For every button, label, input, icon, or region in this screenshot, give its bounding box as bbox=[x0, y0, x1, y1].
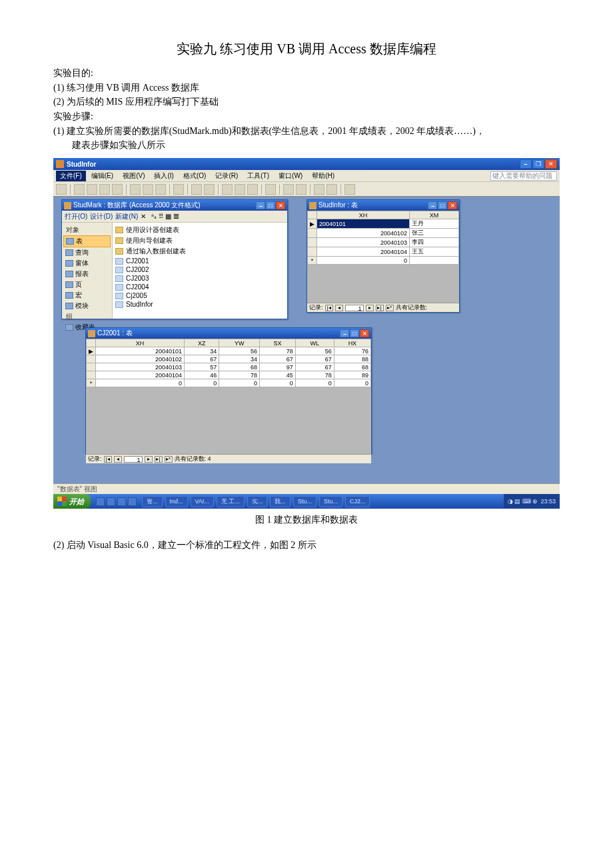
nav-last-button[interactable]: ▸| bbox=[376, 305, 384, 311]
db-design-button[interactable]: 设计(D) bbox=[90, 212, 113, 221]
stud-maximize-button[interactable]: □ bbox=[438, 201, 447, 209]
clock: 23:53 bbox=[540, 498, 556, 505]
menu-insert[interactable]: 插入(I) bbox=[150, 171, 177, 181]
close-button[interactable]: ✕ bbox=[545, 159, 557, 169]
cj2001-table[interactable]: XHXZYW SXWLHX ▶200401013456785676 200401… bbox=[86, 339, 371, 387]
start-button[interactable]: 开始 bbox=[53, 494, 91, 509]
sort-asc-icon[interactable] bbox=[191, 184, 202, 195]
db-window-icon[interactable] bbox=[314, 184, 324, 195]
menu-tools[interactable]: 工具(T) bbox=[243, 171, 273, 181]
table-item[interactable]: StudInfor bbox=[115, 300, 285, 309]
help-search[interactable] bbox=[490, 171, 557, 181]
stud-minimize-button[interactable]: ‒ bbox=[428, 201, 437, 209]
quick-launch-icon[interactable] bbox=[128, 497, 137, 506]
nav-next-button[interactable]: ▸ bbox=[366, 305, 374, 311]
task-button[interactable]: 资... bbox=[142, 496, 163, 507]
db-open-button[interactable]: 打开(O) bbox=[65, 212, 87, 221]
db-maximize-button[interactable]: □ bbox=[266, 201, 275, 209]
cj2001-table-window: CJ2001 : 表 ‒ □ ✕ XHXZYW SXWLHX ▶20040101… bbox=[85, 327, 372, 454]
db-objects-bar: 对象 表 查询 窗体 报表 页 宏 模块 组 收藏夹 bbox=[62, 223, 113, 319]
menu-help[interactable]: 帮助(H) bbox=[308, 171, 338, 181]
cj-minimize-button[interactable]: ‒ bbox=[340, 329, 349, 337]
menu-view[interactable]: 视图(V) bbox=[119, 171, 149, 181]
nav-first-button[interactable]: |◂ bbox=[104, 456, 112, 463]
save-icon[interactable] bbox=[74, 184, 85, 195]
table-item[interactable]: CJ2002 bbox=[115, 265, 285, 274]
minimize-button[interactable]: ‒ bbox=[520, 159, 532, 169]
task-button[interactable]: Ind... bbox=[165, 496, 188, 507]
record-position[interactable]: 1 bbox=[345, 305, 364, 311]
preview-icon[interactable] bbox=[112, 184, 123, 195]
task-button[interactable]: Stu... bbox=[319, 496, 342, 507]
menu-file[interactable]: 文件(F) bbox=[56, 171, 86, 181]
nav-prev-button[interactable]: ◂ bbox=[114, 456, 122, 463]
record-total: 共有记录数: 4 bbox=[175, 455, 211, 463]
quick-launch-icon[interactable] bbox=[96, 497, 105, 506]
sidebar-item-tables[interactable]: 表 bbox=[63, 235, 111, 247]
nav-first-button[interactable]: |◂ bbox=[325, 305, 333, 311]
nav-new-button[interactable]: ▸* bbox=[386, 305, 394, 311]
db-minimize-button[interactable]: ‒ bbox=[256, 201, 265, 209]
search-icon[interactable] bbox=[87, 184, 97, 195]
sort-desc-icon[interactable] bbox=[204, 184, 215, 195]
nav-prev-button[interactable]: ◂ bbox=[335, 305, 343, 311]
status-bar: "数据表" 视图 bbox=[53, 483, 560, 494]
menu-window[interactable]: 窗口(W) bbox=[275, 171, 306, 181]
task-button[interactable]: 实... bbox=[247, 496, 268, 507]
table-item[interactable]: CJ2003 bbox=[115, 274, 285, 283]
sidebar-item-modules[interactable]: 模块 bbox=[63, 301, 111, 311]
view-icon[interactable] bbox=[56, 184, 67, 195]
find-icon[interactable] bbox=[265, 184, 276, 195]
studinfor-table[interactable]: XHXM ▶20040101王丹 20040102张三 20040103李四 2… bbox=[307, 211, 459, 265]
sidebar-item-forms[interactable]: 窗体 bbox=[63, 258, 111, 269]
menu-edit[interactable]: 编辑(E) bbox=[87, 171, 117, 181]
nav-next-button[interactable]: ▸ bbox=[145, 456, 153, 463]
quick-launch-icon[interactable] bbox=[107, 497, 115, 506]
create-table-design[interactable]: 使用设计器创建表 bbox=[115, 225, 285, 235]
filter-selection-icon[interactable] bbox=[222, 184, 233, 195]
nav-new-button[interactable]: ▸* bbox=[165, 456, 173, 463]
new-record-icon[interactable] bbox=[283, 184, 294, 195]
cut-icon[interactable] bbox=[130, 184, 141, 195]
filter-form-icon[interactable] bbox=[235, 184, 245, 195]
undo-icon[interactable] bbox=[173, 184, 184, 195]
delete-record-icon[interactable] bbox=[296, 184, 306, 195]
cj-close-button[interactable]: ✕ bbox=[360, 329, 369, 337]
db-new-button[interactable]: 新建(N) bbox=[115, 212, 138, 221]
quick-launch-icon[interactable] bbox=[117, 497, 126, 506]
help-icon[interactable] bbox=[344, 184, 355, 195]
maximize-button[interactable]: ❐ bbox=[532, 159, 544, 169]
menu-format[interactable]: 格式(O) bbox=[179, 171, 210, 181]
copy-icon[interactable] bbox=[143, 184, 153, 195]
print-icon[interactable] bbox=[99, 184, 110, 195]
sidebar-item-macros[interactable]: 宏 bbox=[63, 290, 111, 301]
system-tray[interactable]: ◑ ▤ ⌨ ⊕ 23:53 bbox=[504, 494, 560, 509]
task-button[interactable]: 无 工... bbox=[217, 496, 245, 507]
task-button[interactable]: Stu... bbox=[293, 496, 316, 507]
sidebar-item-reports[interactable]: 报表 bbox=[63, 269, 111, 279]
task-button[interactable]: VAI... bbox=[191, 496, 214, 507]
stud-close-button[interactable]: ✕ bbox=[448, 201, 457, 209]
table-item[interactable]: Cj2005 bbox=[115, 291, 285, 300]
windows-taskbar: 开始 资... Ind... VAI... 无 工... 实... 我... S… bbox=[53, 494, 560, 509]
cj-maximize-button[interactable]: □ bbox=[350, 329, 359, 337]
task-button[interactable]: CJ2... bbox=[345, 496, 370, 507]
db-close-button[interactable]: ✕ bbox=[276, 201, 285, 209]
new-object-icon[interactable] bbox=[326, 184, 337, 195]
db-delete-button[interactable]: ✕ bbox=[141, 213, 146, 220]
help-search-input[interactable] bbox=[490, 171, 557, 181]
table-item[interactable]: CJ2001 bbox=[115, 257, 285, 265]
task-button[interactable]: 我... bbox=[270, 496, 291, 507]
step-2: (2) 启动 Visual Basic 6.0，建立一个标准的工程文件，如图 2… bbox=[53, 539, 560, 551]
menu-records[interactable]: 记录(R) bbox=[211, 171, 242, 181]
apply-filter-icon[interactable] bbox=[247, 184, 258, 195]
paste-icon[interactable] bbox=[155, 184, 166, 195]
sidebar-item-queries[interactable]: 查询 bbox=[63, 247, 111, 258]
create-table-wizard[interactable]: 使用向导创建表 bbox=[115, 235, 285, 246]
create-table-entry[interactable]: 通过输入数据创建表 bbox=[115, 246, 285, 257]
sidebar-item-pages[interactable]: 页 bbox=[63, 279, 111, 290]
app-title-text: StudInfor bbox=[67, 161, 520, 168]
record-position[interactable]: 1 bbox=[124, 456, 143, 463]
table-item[interactable]: CJ2004 bbox=[115, 283, 285, 291]
nav-last-button[interactable]: ▸| bbox=[155, 456, 163, 463]
